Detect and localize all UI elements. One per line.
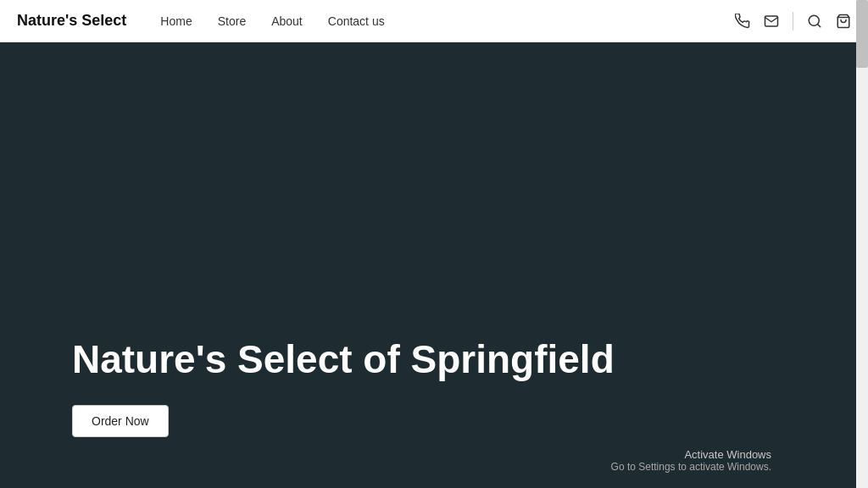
hero-section: Nature's Select of Springfield Order Now… [0,42,856,488]
main-nav: Home Store About Contact us [160,14,384,28]
brand-logo[interactable]: Nature's Select [17,12,126,30]
nav-item-home[interactable]: Home [160,14,192,28]
nav-item-store[interactable]: Store [218,14,246,28]
search-icon[interactable] [807,14,822,29]
header-left: Nature's Select Home Store About Contact… [17,12,385,30]
cart-icon[interactable] [836,14,851,29]
svg-line-1 [817,24,820,26]
activate-windows-title: Activate Windows [611,448,771,461]
hero-title: Nature's Select of Springfield [72,338,784,381]
windows-watermark: Activate Windows Go to Settings to activ… [611,448,771,473]
header-actions [735,12,851,30]
scrollbar-thumb[interactable] [856,0,868,68]
activate-windows-subtitle: Go to Settings to activate Windows. [611,461,771,473]
order-now-button[interactable]: Order Now [72,405,169,437]
header: Nature's Select Home Store About Contact… [0,0,868,42]
scrollbar[interactable] [856,0,868,488]
nav-item-contact[interactable]: Contact us [328,14,385,28]
mail-icon[interactable] [764,14,779,29]
phone-icon[interactable] [735,14,750,29]
header-divider [793,12,793,30]
nav-item-about[interactable]: About [271,14,303,28]
